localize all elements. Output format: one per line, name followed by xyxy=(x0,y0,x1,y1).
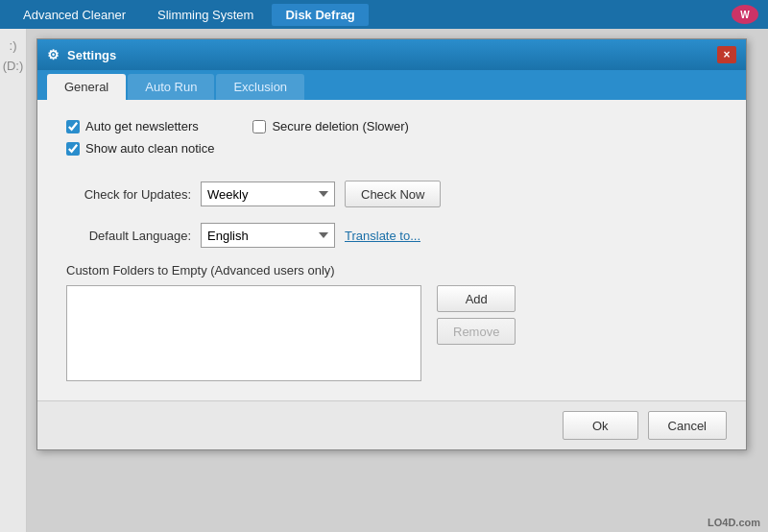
tab-exclusion[interactable]: Exclusion xyxy=(216,74,304,100)
dialog-close-button[interactable]: × xyxy=(717,46,736,63)
default-language-label: Default Language: xyxy=(66,229,191,243)
gear-icon: ⚙ xyxy=(47,47,60,62)
auto-clean-row: Show auto clean notice xyxy=(66,141,214,156)
tab-general[interactable]: General xyxy=(47,74,126,100)
check-updates-label: Check for Updates: xyxy=(66,187,191,202)
check-now-button[interactable]: Check Now xyxy=(345,181,441,207)
auto-clean-label: Show auto clean notice xyxy=(85,141,214,156)
newsletters-row: Auto get newsletters xyxy=(66,119,214,133)
nav-slimming-system[interactable]: Slimming System xyxy=(144,4,267,26)
custom-folders-label: Custom Folders to Empty (Advanced users … xyxy=(66,263,717,278)
nav-advanced-cleaner[interactable]: Advanced Cleaner xyxy=(10,4,139,26)
cancel-button[interactable]: Cancel xyxy=(648,411,727,440)
secure-deletion-label: Secure deletion (Slower) xyxy=(272,119,408,133)
check-updates-row: Check for Updates: Daily Weekly Monthly … xyxy=(66,181,717,207)
sidebar-item-drive[interactable]: (D:) xyxy=(3,59,24,73)
settings-dialog: ⚙ Settings × General Auto Run Exclusion … xyxy=(36,38,747,450)
sidebar-item-smiley[interactable]: :) xyxy=(10,38,17,53)
auto-clean-checkbox[interactable] xyxy=(66,142,80,156)
checkboxes-section: Auto get newsletters Show auto clean not… xyxy=(66,119,717,163)
modal-background: ⚙ Settings × General Auto Run Exclusion … xyxy=(27,29,768,532)
tab-autorun[interactable]: Auto Run xyxy=(128,74,214,100)
secure-deletion-checkbox[interactable] xyxy=(252,120,266,133)
newsletters-label: Auto get newsletters xyxy=(85,119,199,133)
add-button[interactable]: Add xyxy=(437,285,516,312)
watermark: LO4D.com xyxy=(708,517,760,528)
dialog-body: Auto get newsletters Show auto clean not… xyxy=(37,100,746,400)
nav-disk-defrag[interactable]: Disk Defrag xyxy=(272,4,368,26)
default-language-row: Default Language: English French German … xyxy=(66,223,717,248)
sidebar: :) (D:) xyxy=(0,29,27,532)
custom-folders-section: Custom Folders to Empty (Advanced users … xyxy=(66,263,717,381)
dialog-title: Settings xyxy=(67,48,116,62)
dialog-titlebar: ⚙ Settings × xyxy=(37,39,746,70)
newsletters-checkbox[interactable] xyxy=(66,120,80,133)
remove-button[interactable]: Remove xyxy=(437,318,516,345)
tabs-bar: General Auto Run Exclusion xyxy=(37,70,746,100)
check-updates-select[interactable]: Daily Weekly Monthly Never xyxy=(201,181,335,206)
folders-buttons: Add Remove xyxy=(437,285,516,345)
folders-area: Add Remove xyxy=(66,285,717,381)
nav-logo: W xyxy=(732,5,758,24)
translate-link[interactable]: Translate to... xyxy=(345,229,420,243)
ok-button[interactable]: Ok xyxy=(563,411,638,440)
custom-folders-textarea[interactable] xyxy=(66,285,421,381)
top-nav: Advanced Cleaner Slimming System Disk De… xyxy=(0,0,768,29)
dialog-footer: Ok Cancel xyxy=(37,400,746,449)
language-select[interactable]: English French German Spanish Chinese xyxy=(201,223,335,248)
secure-deletion-row: Secure deletion (Slower) xyxy=(252,119,408,133)
